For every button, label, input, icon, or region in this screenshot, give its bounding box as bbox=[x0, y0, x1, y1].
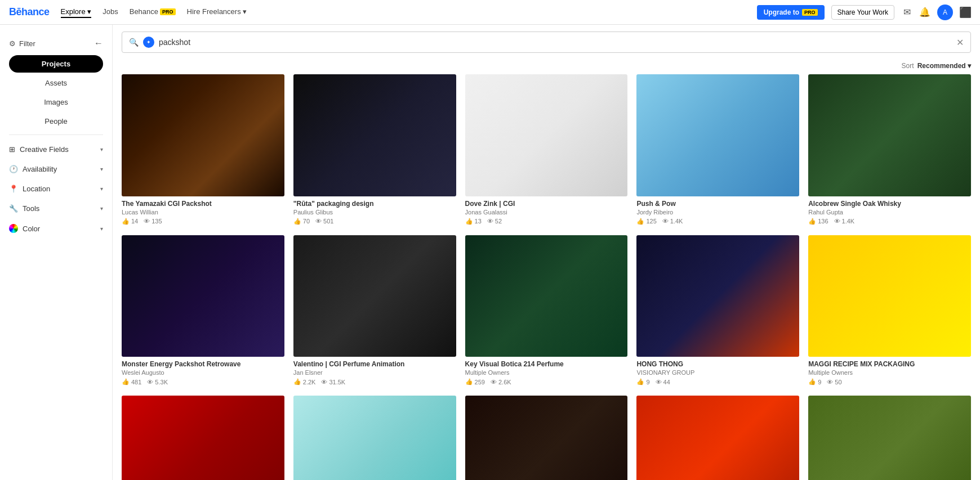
topnav-actions: Upgrade to PRO Share Your Work ✉ 🔔 A ⬛ bbox=[757, 5, 971, 20]
like-icon: 👍 bbox=[808, 378, 816, 385]
behance-logo[interactable]: Bēhance bbox=[9, 6, 50, 18]
search-clear-button[interactable]: ✕ bbox=[956, 37, 964, 48]
project-stats: 👍 2.2K👁 31.5K bbox=[293, 378, 456, 385]
project-card[interactable]: The Yamazaki CGI PackshotLucas Willian👍 … bbox=[122, 74, 284, 226]
project-title: The Yamazaki CGI Packshot bbox=[122, 200, 284, 208]
sidebar-type-images[interactable]: Images bbox=[9, 93, 103, 111]
project-card[interactable]: Dove Zink | CGIJonas Gualassi👍 13👁 52 bbox=[465, 74, 628, 226]
like-icon: 👍 bbox=[808, 218, 816, 225]
sidebar-accordion-availability[interactable]: 🕐Availability▾ bbox=[0, 159, 112, 179]
search-badge: ✦ bbox=[143, 37, 154, 48]
project-stats: 👍 481👁 5.3K bbox=[122, 378, 284, 385]
chevron-down-icon: ▾ bbox=[100, 205, 103, 212]
sidebar-divider bbox=[9, 134, 103, 135]
nav-explore[interactable]: Explore ▾ bbox=[61, 6, 92, 18]
upgrade-button[interactable]: Upgrade to PRO bbox=[757, 5, 825, 20]
sidebar-collapse-icon[interactable]: ← bbox=[94, 38, 103, 48]
view-icon: 👁 bbox=[144, 218, 150, 225]
nav-jobs[interactable]: Jobs bbox=[103, 6, 118, 18]
mail-icon[interactable]: ✉ bbox=[901, 7, 912, 18]
project-card[interactable]: YSL | Rouge Pur Couture👍 122👁 1.5K bbox=[122, 396, 284, 480]
bell-icon[interactable]: 🔔 bbox=[919, 7, 930, 18]
like-stat: 👍 14 bbox=[122, 218, 138, 225]
project-card[interactable]: TISSOT - TVC CAMPAIGN👍 601👁 9.6K bbox=[465, 396, 628, 480]
view-icon: 👁 bbox=[321, 379, 327, 385]
adobe-icon[interactable]: ⬛ bbox=[960, 7, 971, 18]
accordion-label: Availability bbox=[23, 165, 57, 173]
sort-value[interactable]: Recommended ▾ bbox=[917, 62, 971, 70]
project-title: HONG THONG bbox=[636, 360, 799, 368]
like-stat: 👍 9 bbox=[808, 378, 821, 385]
project-thumbnail bbox=[636, 396, 799, 480]
search-bar: 🔍 ✦ ✕ bbox=[122, 32, 971, 53]
like-icon: 👍 bbox=[636, 218, 644, 225]
share-button[interactable]: Share Your Work bbox=[831, 5, 895, 20]
view-icon: 👁 bbox=[834, 218, 840, 225]
sidebar: ⚙ Filter ← ProjectsAssetsImagesPeople ⊞C… bbox=[0, 25, 113, 480]
view-stat: 👁 135 bbox=[144, 218, 162, 225]
sidebar-accordion-location[interactable]: 📍Location▾ bbox=[0, 179, 112, 199]
project-thumbnail bbox=[465, 396, 628, 480]
like-stat: 👍 9 bbox=[636, 378, 649, 385]
search-icon: 🔍 bbox=[129, 38, 139, 47]
sidebar-type-people[interactable]: People bbox=[9, 113, 103, 130]
project-stats: 👍 136👁 1.4K bbox=[808, 218, 971, 225]
view-icon: 👁 bbox=[147, 379, 153, 385]
sidebar-accordion-tools[interactable]: 🔧Tools▾ bbox=[0, 199, 112, 218]
project-thumbnail bbox=[465, 74, 628, 196]
project-thumbnail bbox=[122, 396, 284, 480]
clock-icon: 🕐 bbox=[9, 165, 18, 173]
grid-icon: ⊞ bbox=[9, 145, 15, 154]
project-card[interactable]: Push & PowJordy Ribeiro👍 125👁 1.4K bbox=[636, 74, 799, 226]
like-stat: 👍 70 bbox=[293, 218, 310, 225]
sidebar-type-assets[interactable]: Assets bbox=[9, 74, 103, 92]
project-title: Monster Energy Packshot Retrowave bbox=[122, 360, 284, 368]
sidebar-accordion-color[interactable]: Color▾ bbox=[0, 218, 112, 239]
nav-hire[interactable]: Hire Freelancers ▾ bbox=[187, 6, 247, 18]
project-card[interactable]: Fruit Loops Soda👍 8👁 38 bbox=[636, 396, 799, 480]
view-icon: 👁 bbox=[662, 218, 669, 225]
like-stat: 👍 259 bbox=[465, 378, 485, 385]
upgrade-pro-badge: PRO bbox=[802, 9, 818, 16]
nav-links: Explore ▾ Jobs Behance PRO Hire Freelanc… bbox=[61, 0, 247, 24]
project-card[interactable]: "Rūta" packaging designPaulius Glibus👍 7… bbox=[293, 74, 456, 226]
like-stat: 👍 13 bbox=[465, 218, 482, 225]
search-input[interactable] bbox=[159, 38, 952, 47]
project-thumbnail bbox=[808, 235, 971, 357]
project-author: Multiple Owners bbox=[808, 369, 971, 376]
view-stat: 👁 2.6K bbox=[491, 379, 511, 385]
sidebar-type-projects[interactable]: Projects bbox=[9, 55, 103, 73]
view-stat: 👁 52 bbox=[487, 218, 502, 225]
chevron-down-icon: ▾ bbox=[100, 186, 103, 192]
tools-icon: 🔧 bbox=[9, 204, 18, 213]
project-stats: 👍 9👁 44 bbox=[636, 378, 799, 385]
project-card[interactable]: Stanley® | Quencher - 3D👍 14👁 160 bbox=[808, 396, 971, 480]
project-card[interactable]: Valentino | CGI Perfume AnimationJan Els… bbox=[293, 235, 456, 387]
project-card[interactable]: 10 Scene Packshot👍 192👁 1.7K bbox=[293, 396, 456, 480]
project-thumbnail bbox=[808, 74, 971, 196]
view-stat: 👁 5.3K bbox=[147, 379, 168, 385]
project-card[interactable]: Alcobrew Single Oak WhiskyRahul Gupta👍 1… bbox=[808, 74, 971, 226]
chevron-down-icon: ▾ bbox=[100, 146, 103, 152]
project-stats: 👍 125👁 1.4K bbox=[636, 218, 799, 225]
project-author: Lucas Willian bbox=[122, 209, 284, 216]
sidebar-filter-header[interactable]: ⚙ Filter ← bbox=[0, 34, 112, 53]
project-stats: 👍 259👁 2.6K bbox=[465, 378, 628, 385]
sidebar-accordion-creative-fields[interactable]: ⊞Creative Fields▾ bbox=[0, 140, 112, 159]
nav-behance[interactable]: Behance PRO bbox=[130, 6, 176, 18]
project-title: "Rūta" packaging design bbox=[293, 200, 456, 208]
project-card[interactable]: Key Visual Botica 214 PerfumeMultiple Ow… bbox=[465, 235, 628, 387]
content-area: 🔍 ✦ ✕ Sort Recommended ▾ The Yamazaki CG… bbox=[113, 25, 980, 480]
project-card[interactable]: Monster Energy Packshot RetrowaveWeslei … bbox=[122, 235, 284, 387]
project-author: Jordy Ribeiro bbox=[636, 209, 799, 216]
project-title: Push & Pow bbox=[636, 200, 799, 208]
view-icon: 👁 bbox=[487, 218, 493, 225]
like-icon: 👍 bbox=[465, 378, 473, 385]
project-author: Rahul Gupta bbox=[808, 209, 971, 216]
avatar[interactable]: A bbox=[937, 5, 953, 20]
project-card[interactable]: MAGGI RECIPE MIX PACKAGINGMultiple Owner… bbox=[808, 235, 971, 387]
project-card[interactable]: HONG THONGVISIONARY GROUP👍 9👁 44 bbox=[636, 235, 799, 387]
project-thumbnail bbox=[293, 74, 456, 196]
like-icon: 👍 bbox=[122, 218, 130, 225]
project-thumbnail bbox=[122, 74, 284, 196]
